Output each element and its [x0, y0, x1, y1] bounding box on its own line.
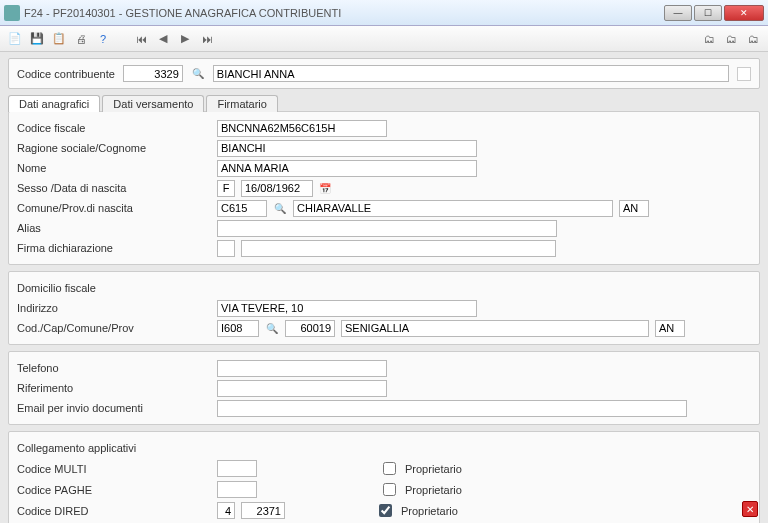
last-record-icon[interactable]: ⏭	[198, 30, 216, 48]
cod-cap-comune-label: Cod./Cap/Comune/Prov	[17, 322, 217, 334]
toolbar: 📄 💾 📋 🖨 ? ⏮ ◀ ▶ ⏭ 🗂 🗂 🗂	[0, 26, 768, 52]
prev-record-icon[interactable]: ◀	[154, 30, 172, 48]
app-icon	[4, 5, 20, 21]
riferimento-input[interactable]	[217, 380, 387, 397]
new-icon[interactable]: 📄	[6, 30, 24, 48]
nome-label: Nome	[17, 162, 217, 174]
dom-comune-input[interactable]	[341, 320, 649, 337]
collegamento-title: Collegamento applicativi	[17, 442, 217, 454]
email-input[interactable]	[217, 400, 687, 417]
proprietario-paghe-checkbox[interactable]	[383, 483, 396, 496]
comune-nascita-cod-input[interactable]	[217, 200, 267, 217]
window-title: F24 - PF20140301 - GESTIONE ANAGRAFICA C…	[24, 7, 624, 19]
alias-label: Alias	[17, 222, 217, 234]
help-icon[interactable]: ?	[94, 30, 112, 48]
tool-c-icon[interactable]: 🗂	[744, 30, 762, 48]
proprietario-label: Proprietario	[401, 505, 458, 517]
tab-firmatario[interactable]: Firmatario	[206, 95, 278, 112]
riferimento-label: Riferimento	[17, 382, 217, 394]
proprietario-dired-checkbox[interactable]	[379, 504, 392, 517]
indirizzo-label: Indirizzo	[17, 302, 217, 314]
firma-dich-text-input[interactable]	[241, 240, 556, 257]
telefono-label: Telefono	[17, 362, 217, 374]
dom-cod-input[interactable]	[217, 320, 259, 337]
email-label: Email per invio documenti	[17, 402, 217, 414]
sesso-input[interactable]	[217, 180, 235, 197]
codice-dired-a-input[interactable]	[217, 502, 235, 519]
proprietario-label: Proprietario	[405, 463, 462, 475]
header-panel: Codice contribuente 🔍	[8, 58, 760, 89]
prov-nascita-input[interactable]	[619, 200, 649, 217]
codice-paghe-label: Codice PAGHE	[17, 484, 217, 496]
blank-icon	[737, 67, 751, 81]
nome-display-input[interactable]	[213, 65, 729, 82]
dom-cap-input[interactable]	[285, 320, 335, 337]
copy-icon[interactable]: 📋	[50, 30, 68, 48]
maximize-button[interactable]: ☐	[694, 5, 722, 21]
cognome-label: Ragione sociale/Cognome	[17, 142, 217, 154]
codice-contribuente-input[interactable]	[123, 65, 183, 82]
lookup-icon[interactable]: 🔍	[273, 201, 287, 215]
calendar-icon[interactable]: 📅	[319, 183, 331, 194]
cognome-input[interactable]	[217, 140, 477, 157]
next-record-icon[interactable]: ▶	[176, 30, 194, 48]
tab-dati-anagrafici[interactable]: Dati anagrafici	[8, 95, 100, 112]
proprietario-label: Proprietario	[405, 484, 462, 496]
codice-dired-b-input[interactable]	[241, 502, 285, 519]
data-nascita-input[interactable]	[241, 180, 313, 197]
telefono-input[interactable]	[217, 360, 387, 377]
dom-prov-input[interactable]	[655, 320, 685, 337]
lookup-icon[interactable]: 🔍	[191, 67, 205, 81]
contatti-panel: Telefono Riferimento Email per invio doc…	[8, 351, 760, 425]
status-close-icon[interactable]: ✕	[742, 501, 758, 517]
comune-nascita-input[interactable]	[293, 200, 613, 217]
tab-dati-versamento[interactable]: Dati versamento	[102, 95, 204, 112]
close-button[interactable]: ✕	[724, 5, 764, 21]
firma-dich-code-input[interactable]	[217, 240, 235, 257]
codice-fiscale-label: Codice fiscale	[17, 122, 217, 134]
save-icon[interactable]: 💾	[28, 30, 46, 48]
alias-input[interactable]	[217, 220, 557, 237]
codice-dired-label: Codice DIRED	[17, 505, 217, 517]
firma-dich-label: Firma dichiarazione	[17, 242, 217, 254]
tool-b-icon[interactable]: 🗂	[722, 30, 740, 48]
sesso-data-label: Sesso /Data di nascita	[17, 182, 217, 194]
proprietario-multi-checkbox[interactable]	[383, 462, 396, 475]
anagrafici-panel: Codice fiscale Ragione sociale/Cognome N…	[8, 111, 760, 265]
codice-contribuente-label: Codice contribuente	[17, 68, 115, 80]
domicilio-panel: Domicilio fiscale Indirizzo Cod./Cap/Com…	[8, 271, 760, 345]
titlebar: F24 - PF20140301 - GESTIONE ANAGRAFICA C…	[0, 0, 768, 26]
minimize-button[interactable]: —	[664, 5, 692, 21]
nome-input[interactable]	[217, 160, 477, 177]
collegamento-panel: Collegamento applicativi Codice MULTI Pr…	[8, 431, 760, 523]
codice-paghe-input[interactable]	[217, 481, 257, 498]
print-icon[interactable]: 🖨	[72, 30, 90, 48]
codice-fiscale-input[interactable]	[217, 120, 387, 137]
first-record-icon[interactable]: ⏮	[132, 30, 150, 48]
codice-multi-input[interactable]	[217, 460, 257, 477]
tool-a-icon[interactable]: 🗂	[700, 30, 718, 48]
comune-nascita-label: Comune/Prov.di nascita	[17, 202, 217, 214]
domicilio-title: Domicilio fiscale	[17, 282, 217, 294]
codice-multi-label: Codice MULTI	[17, 463, 217, 475]
indirizzo-input[interactable]	[217, 300, 477, 317]
lookup-icon[interactable]: 🔍	[265, 321, 279, 335]
tabs: Dati anagrafici Dati versamento Firmatar…	[8, 95, 760, 112]
